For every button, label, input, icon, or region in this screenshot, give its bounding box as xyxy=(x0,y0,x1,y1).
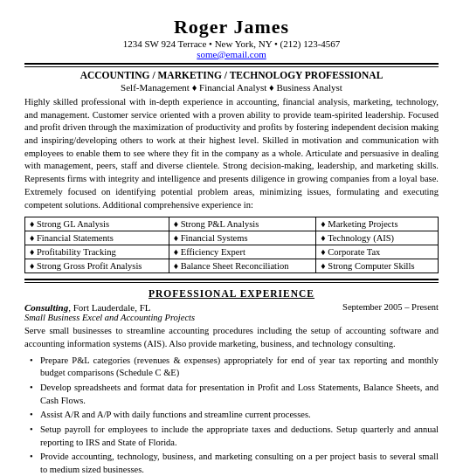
skill-cell: Strong Gross Profit Analysis xyxy=(25,259,169,273)
skills-table: Strong GL AnalysisStrong P&L AnalysisMar… xyxy=(24,217,439,273)
skill-cell: Marketing Projects xyxy=(316,217,439,231)
exp-company-name: Consulting xyxy=(24,302,68,313)
skill-cell: Corporate Tax xyxy=(316,245,439,259)
skill-cell: Technology (AIS) xyxy=(316,231,439,245)
list-item: Setup payroll for employees to include t… xyxy=(40,424,439,449)
header-divider-top xyxy=(24,63,439,65)
candidate-email: some@email.com xyxy=(24,49,439,59)
exp-role: Small Business Excel and Accounting Proj… xyxy=(24,313,439,322)
list-item: Prepare P&L categories (revenues & expen… xyxy=(40,355,439,380)
experience-section-title: PROFESSIONAL EXPERIENCE xyxy=(24,288,439,299)
exp-description: Serve small businesses to streamline acc… xyxy=(24,325,439,350)
list-item: Provide accounting, technology, business… xyxy=(40,451,439,476)
skill-cell: Balance Sheet Reconciliation xyxy=(169,259,316,273)
exp-bullets: Prepare P&L categories (revenues & expen… xyxy=(24,355,439,476)
header-divider-bottom xyxy=(24,66,439,67)
profession-title: ACCOUNTING / MARKETING / TECHNOLOGY PROF… xyxy=(24,70,439,80)
resume-header: Roger James 1234 SW 924 Terrace • New Yo… xyxy=(24,16,439,59)
list-item: Develop spreadsheets and format data for… xyxy=(40,382,439,407)
exp-location: , Fort Lauderdale, FL xyxy=(68,302,150,313)
exp-date: September 2005 – Present xyxy=(342,302,439,313)
exp-company-location: Consulting, Fort Lauderdale, FL xyxy=(24,302,151,313)
skill-cell: Financial Systems xyxy=(169,231,316,245)
candidate-name: Roger James xyxy=(24,16,439,38)
email-link[interactable]: some@email.com xyxy=(197,49,266,59)
section-divider-bottom xyxy=(24,282,439,283)
experience-container: Consulting, Fort Lauderdale, FLSeptember… xyxy=(24,302,439,476)
candidate-address: 1234 SW 924 Terrace • New York, NY • (21… xyxy=(24,38,439,49)
skill-cell: Strong GL Analysis xyxy=(25,217,169,231)
skill-cell: Financial Statements xyxy=(25,231,169,245)
exp-top-row: Consulting, Fort Lauderdale, FLSeptember… xyxy=(24,302,439,313)
experience-block: Consulting, Fort Lauderdale, FLSeptember… xyxy=(24,302,439,476)
sub-title: Self-Management ♦ Financial Analyst ♦ Bu… xyxy=(24,82,439,93)
list-item: Assist A/R and A/P with daily functions … xyxy=(40,409,439,422)
skill-cell: Efficiency Expert xyxy=(169,245,316,259)
skill-cell: Strong Computer Skills xyxy=(316,259,439,273)
skill-cell: Strong P&L Analysis xyxy=(169,217,316,231)
section-divider-top xyxy=(24,279,439,280)
summary-text: Highly skilled professional with in-dept… xyxy=(24,96,439,211)
skill-cell: Profitability Tracking xyxy=(25,245,169,259)
